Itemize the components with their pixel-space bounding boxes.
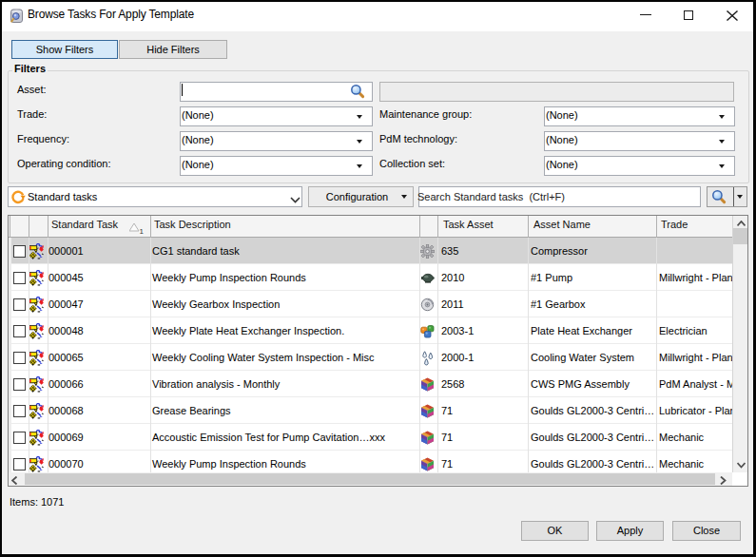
svg-text:1: 1 [140,227,145,235]
